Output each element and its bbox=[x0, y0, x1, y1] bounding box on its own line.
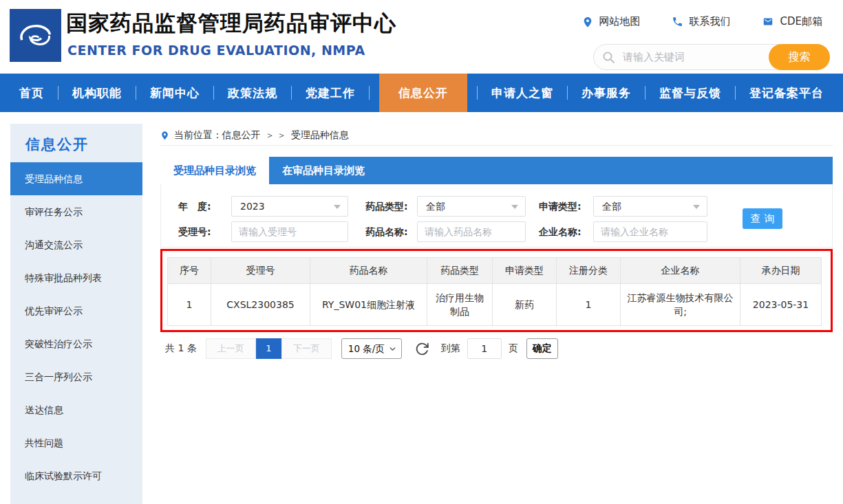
cell-drug-type: 治疗用生物制品 bbox=[427, 284, 493, 326]
page-size-select[interactable]: 10 条/页 bbox=[341, 338, 402, 359]
envelope-icon bbox=[762, 17, 774, 27]
swan-logo-icon bbox=[14, 14, 57, 57]
nav-item-news[interactable]: 新闻中心 bbox=[146, 74, 204, 112]
cell-seq: 1 bbox=[168, 284, 211, 326]
accept-no-input[interactable] bbox=[231, 221, 348, 242]
nav-item-registration-platform[interactable]: 登记备案平台 bbox=[745, 74, 828, 112]
tab-under-review-catalog[interactable]: 在审品种目录浏览 bbox=[269, 157, 378, 184]
drug-type-label: 药品类型: bbox=[365, 196, 408, 217]
search-icon bbox=[602, 51, 615, 64]
phone-icon bbox=[672, 16, 683, 28]
chevron-down-icon bbox=[334, 205, 341, 209]
query-button[interactable]: 查 询 bbox=[743, 208, 782, 229]
col-reg-class: 注册分类 bbox=[557, 258, 621, 284]
refresh-icon[interactable] bbox=[415, 342, 429, 356]
nav-divider bbox=[369, 86, 370, 100]
highlight-annotation: 序号 受理号 药品名称 药品类型 申请类型 注册分类 企业名称 承办日期 1 bbox=[160, 249, 833, 332]
page-unit-label: 页 bbox=[509, 342, 518, 355]
chevron-down-icon bbox=[388, 344, 397, 353]
sidebar-item-delivery-info[interactable]: 送达信息 bbox=[10, 393, 142, 426]
nav-item-party[interactable]: 党建工作 bbox=[301, 74, 359, 112]
sidebar-item-communication[interactable]: 沟通交流公示 bbox=[10, 228, 142, 261]
cell-apply-type: 新药 bbox=[493, 284, 557, 326]
site-title-cn: 国家药品监督管理局药品审评中心 bbox=[66, 9, 396, 38]
year-select[interactable]: 2023 bbox=[231, 196, 348, 217]
catalog-tabs: 受理品种目录浏览 在审品种目录浏览 bbox=[160, 157, 833, 184]
sidebar-item-breakthrough-therapy[interactable]: 突破性治疗公示 bbox=[10, 327, 142, 360]
year-label: 年 度: bbox=[178, 196, 211, 217]
sidebar-item-common-issues[interactable]: 共性问题 bbox=[10, 426, 142, 459]
breadcrumb-separator: ＞ ＞ bbox=[266, 129, 286, 142]
contact-label: 联系我们 bbox=[689, 15, 730, 28]
sidebar-item-special-approval[interactable]: 特殊审批品种列表 bbox=[10, 261, 142, 294]
sitemap-link[interactable]: 网站地图 bbox=[582, 15, 640, 28]
table-header-row: 序号 受理号 药品名称 药品类型 申请类型 注册分类 企业名称 承办日期 bbox=[168, 258, 822, 284]
breadcrumb-current: 受理品种信息 bbox=[291, 129, 349, 142]
header-quick-links: 网站地图 联系我们 CDE邮箱 bbox=[582, 15, 822, 28]
nav-divider bbox=[567, 86, 568, 100]
next-page-button[interactable]: 下一页 bbox=[281, 338, 332, 359]
apply-type-select[interactable]: 全部 bbox=[593, 196, 707, 217]
pagination: 共 1 条 上一页 1 下一页 10 条/页 bbox=[160, 338, 833, 359]
company-input[interactable] bbox=[593, 221, 707, 242]
breadcrumb-section[interactable]: 当前位置 : 信息公开 bbox=[174, 129, 261, 142]
apply-type-select-value: 全部 bbox=[602, 201, 621, 212]
sidebar-item-review-tasks[interactable]: 审评任务公示 bbox=[10, 195, 142, 228]
search-button[interactable]: 搜索 bbox=[769, 44, 830, 70]
col-accept-no: 受理号 bbox=[211, 258, 310, 284]
main-area: 信息公开 受理品种信息 审评任务公示 沟通交流公示 特殊审批品种列表 优先审评公… bbox=[0, 112, 843, 504]
nav-divider bbox=[645, 86, 645, 100]
col-date: 承办日期 bbox=[740, 258, 822, 284]
table-row: 1 CXSL2300385 RY_SW01细胞注射液 治疗用生物制品 新药 1 … bbox=[168, 284, 822, 326]
nav-item-policy[interactable]: 政策法规 bbox=[224, 74, 281, 112]
apply-type-label: 申请类型: bbox=[539, 196, 581, 217]
content-area: 当前位置 : 信息公开 ＞ ＞ 受理品种信息 受理品种目录浏览 在审品种目录浏览… bbox=[160, 126, 833, 359]
col-drug-type: 药品类型 bbox=[427, 258, 493, 284]
sidebar-item-accepted-varieties[interactable]: 受理品种信息 bbox=[10, 162, 142, 195]
sidebar-title: 信息公开 bbox=[10, 124, 142, 162]
cde-page: 国家药品监督管理局药品审评中心 CENTER FOR DRUG EVALUATI… bbox=[0, 0, 843, 504]
chevron-down-icon bbox=[693, 205, 700, 209]
total-count: 共 1 条 bbox=[165, 342, 197, 355]
sidebar-item-priority-review[interactable]: 优先审评公示 bbox=[10, 294, 142, 327]
nav-item-info-disclosure[interactable]: 信息公开 bbox=[379, 74, 467, 112]
site-search: 搜索 bbox=[593, 44, 830, 70]
drug-type-select-value: 全部 bbox=[426, 201, 445, 212]
confirm-button[interactable]: 确定 bbox=[526, 338, 558, 359]
breadcrumb: 当前位置 : 信息公开 ＞ ＞ 受理品种信息 bbox=[160, 126, 833, 146]
site-title-en: CENTER FOR DRUG EVALUATION, NMPA bbox=[67, 43, 365, 58]
col-apply-type: 申请类型 bbox=[493, 258, 557, 284]
col-drug-name: 药品名称 bbox=[310, 258, 427, 284]
contact-link[interactable]: 联系我们 bbox=[672, 15, 730, 28]
current-page-button[interactable]: 1 bbox=[256, 338, 281, 359]
nav-item-applicant-window[interactable]: 申请人之窗 bbox=[487, 74, 557, 112]
sidebar-item-clinical-trial-license[interactable]: 临床试验默示许可 bbox=[10, 459, 142, 492]
nav-divider bbox=[136, 86, 136, 100]
results-table: 序号 受理号 药品名称 药品类型 申请类型 注册分类 企业名称 承办日期 1 bbox=[167, 257, 822, 326]
nav-item-home[interactable]: 首页 bbox=[15, 74, 48, 112]
mailbox-link[interactable]: CDE邮箱 bbox=[762, 15, 822, 28]
nav-item-services[interactable]: 办事服务 bbox=[577, 74, 635, 112]
nav-item-supervision[interactable]: 监督与反馈 bbox=[655, 74, 725, 112]
tab-accepted-catalog[interactable]: 受理品种目录浏览 bbox=[160, 157, 269, 184]
nav-divider bbox=[477, 86, 478, 100]
nav-divider bbox=[735, 86, 736, 100]
mailbox-label: CDE邮箱 bbox=[780, 15, 822, 28]
cell-company: 江苏睿源生物技术有限公司; bbox=[621, 284, 740, 326]
nav-divider bbox=[58, 86, 58, 100]
nav-divider bbox=[213, 86, 214, 100]
drug-type-select[interactable]: 全部 bbox=[417, 196, 526, 217]
pager-group: 上一页 1 下一页 bbox=[206, 338, 332, 359]
cell-accept-no: CXSL2300385 bbox=[211, 284, 310, 326]
goto-page-input[interactable] bbox=[467, 338, 502, 359]
prev-page-button[interactable]: 上一页 bbox=[206, 338, 256, 359]
sidebar-item-three-in-one[interactable]: 三合一序列公示 bbox=[10, 360, 142, 393]
cde-logo bbox=[10, 9, 61, 62]
cell-drug-name: RY_SW01细胞注射液 bbox=[310, 284, 427, 326]
col-seq: 序号 bbox=[168, 258, 211, 284]
chevron-down-icon bbox=[511, 205, 518, 209]
cell-date: 2023-05-31 bbox=[740, 284, 822, 326]
nav-item-functions[interactable]: 机构职能 bbox=[68, 74, 126, 112]
drug-name-input[interactable] bbox=[417, 221, 526, 242]
year-select-value: 2023 bbox=[240, 201, 265, 212]
